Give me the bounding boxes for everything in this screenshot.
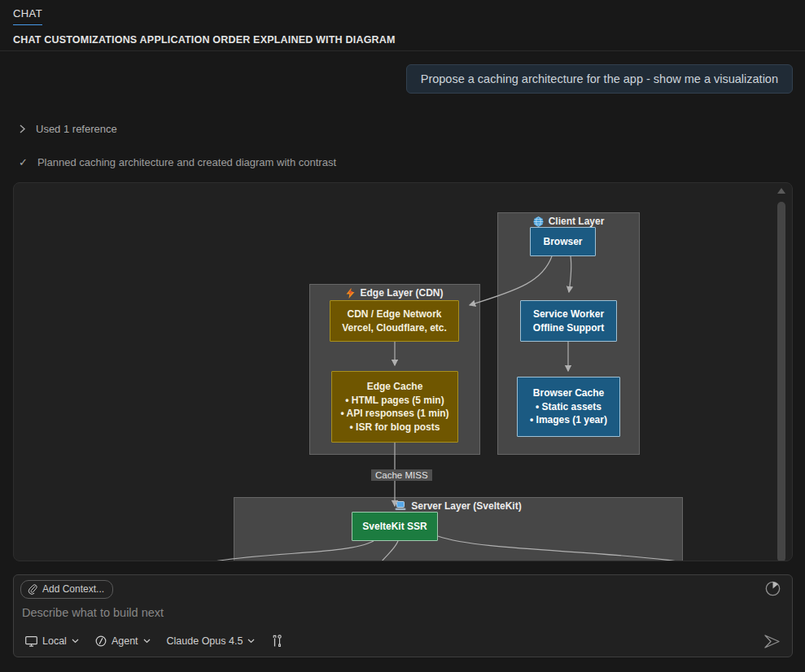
- session-title: CHAT CUSTOMIZATIONS APPLICATION ORDER EX…: [13, 34, 396, 46]
- node-bcache-line1: Browser Cache: [533, 386, 604, 400]
- node-browser-cache[interactable]: Browser Cache • Static assets • Images (…: [517, 377, 620, 437]
- node-bcache-line2: • Static assets: [536, 400, 602, 414]
- mode-label: Agent: [112, 635, 138, 647]
- mode-picker[interactable]: Agent: [95, 635, 151, 647]
- add-context-button[interactable]: Add Context...: [20, 580, 113, 599]
- chat-panel: CHAT CHAT CUSTOMIZATIONS APPLICATION ORD…: [0, 0, 805, 672]
- node-edge-cache-line2: • HTML pages (5 min): [345, 394, 444, 408]
- agent-icon: [95, 635, 107, 647]
- node-sw-line1: Service Worker: [533, 308, 604, 321]
- node-edge-cache-line3: • API responses (1 min): [340, 407, 448, 421]
- node-edge-cache-line1: Edge Cache: [367, 380, 423, 394]
- chevron-down-icon: [72, 639, 79, 644]
- send-icon: [763, 634, 781, 649]
- environment-picker[interactable]: Local: [25, 635, 79, 647]
- node-browser-label: Browser: [543, 235, 582, 249]
- tools-icon: [271, 635, 282, 648]
- chevron-down-icon: [143, 639, 151, 644]
- node-edge-cache[interactable]: Edge Cache • HTML pages (5 min) • API re…: [331, 371, 458, 443]
- node-cdn-line2: Vercel, Cloudflare, etc.: [342, 321, 447, 335]
- chevron-down-icon: [247, 639, 255, 644]
- chat-composer: Add Context... Local: [13, 574, 793, 657]
- status-row: ✓ Planned caching architecture and creat…: [19, 156, 336, 168]
- paperclip-icon: [28, 584, 37, 595]
- node-sveltekit-ssr[interactable]: SvelteKit SSR: [352, 512, 438, 541]
- panel-header: CHAT CHAT CUSTOMIZATIONS APPLICATION ORD…: [0, 0, 805, 51]
- references-label: Used 1 reference: [36, 123, 117, 135]
- node-service-worker[interactable]: Service Worker Offline Support: [520, 300, 617, 342]
- composer-toolbar: Local Agent Claude Opus 4.5: [25, 635, 282, 648]
- references-toggle[interactable]: Used 1 reference: [19, 123, 117, 135]
- edge-label-cache-miss: Cache MISS: [371, 469, 432, 481]
- monitor-icon: [25, 636, 37, 647]
- node-cdn-line1: CDN / Edge Network: [347, 308, 441, 321]
- send-button[interactable]: [763, 634, 781, 649]
- chevron-right-icon: [19, 124, 26, 133]
- model-picker[interactable]: Claude Opus 4.5: [167, 635, 256, 647]
- add-context-label: Add Context...: [42, 583, 104, 595]
- scrollbar-thumb[interactable]: [777, 202, 785, 561]
- quota-pie-indicator[interactable]: [765, 581, 781, 596]
- architecture-diagram[interactable]: Client Layer Edge Layer (CDN) Server Lay…: [13, 182, 793, 561]
- tab-chat[interactable]: CHAT: [13, 7, 42, 25]
- node-browser[interactable]: Browser: [530, 227, 596, 256]
- node-cdn[interactable]: CDN / Edge Network Vercel, Cloudflare, e…: [330, 300, 459, 342]
- status-label: Planned caching architecture and created…: [37, 156, 336, 168]
- node-sw-line2: Offline Support: [533, 321, 604, 335]
- node-ssr-label: SvelteKit SSR: [362, 520, 427, 534]
- environment-label: Local: [42, 635, 67, 647]
- model-label: Claude Opus 4.5: [167, 635, 243, 647]
- user-message-bubble[interactable]: Propose a caching architecture for the a…: [406, 64, 793, 94]
- node-edge-cache-line4: • ISR for blog posts: [350, 421, 440, 434]
- scrollbar-up-arrow[interactable]: [777, 188, 785, 194]
- check-icon: ✓: [19, 156, 28, 168]
- chat-input[interactable]: [22, 606, 755, 629]
- tools-button[interactable]: [271, 635, 282, 648]
- node-bcache-line3: • Images (1 year): [530, 413, 607, 427]
